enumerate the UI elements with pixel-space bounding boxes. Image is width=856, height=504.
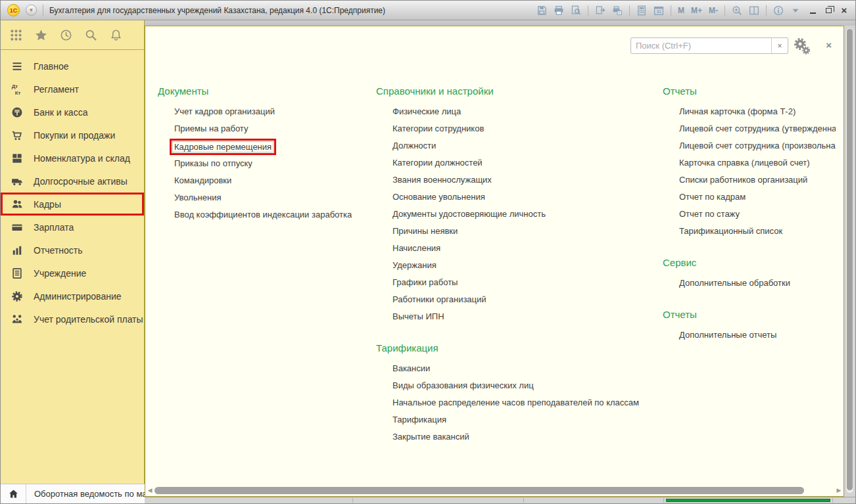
vertical-scrollbar[interactable] bbox=[846, 28, 853, 493]
open-window-tab[interactable]: Оборотная ведомость по ма bbox=[34, 489, 147, 499]
system-menu-button[interactable]: ▼ bbox=[26, 5, 37, 16]
menu-link[interactable]: Кадровые перемещения bbox=[170, 139, 276, 155]
menu-link[interactable]: Категории сотрудников bbox=[392, 123, 484, 134]
menu-link[interactable]: Приказы по отпуску bbox=[174, 158, 252, 169]
sidebar-item-reglament[interactable]: Регламент bbox=[1, 78, 144, 101]
menu-link[interactable]: Должности bbox=[392, 140, 436, 151]
menu-link[interactable]: Начисления bbox=[392, 242, 440, 254]
menu-link[interactable]: Вычеты ИПН bbox=[392, 311, 444, 322]
toolbar-separator bbox=[671, 5, 671, 16]
menu-link[interactable]: Отчет по стажу bbox=[679, 208, 740, 219]
section-title-servis: Сервис bbox=[663, 257, 836, 268]
menu-link[interactable]: Учет кадров организаций bbox=[174, 106, 275, 117]
menu-link[interactable]: Лицевой счет сотрудника (произвольная фо bbox=[679, 140, 836, 151]
menu-link[interactable]: Карточка справка (лицевой счет) bbox=[679, 157, 810, 168]
menu-link[interactable]: Начальное распределение часов преподават… bbox=[392, 397, 639, 408]
family-icon bbox=[11, 313, 24, 326]
menu-link[interactable]: Графики работы bbox=[392, 277, 458, 288]
section-title-otchety: Отчеты bbox=[663, 85, 836, 97]
history-icon bbox=[59, 28, 73, 42]
horizontal-scrollbar[interactable]: ◀ ▶ bbox=[147, 486, 842, 495]
info-dropdown-button[interactable] bbox=[788, 4, 803, 17]
home-button[interactable] bbox=[1, 484, 26, 503]
memory-plus-button[interactable]: M+ bbox=[689, 4, 704, 17]
menu-link[interactable]: Закрытие вакансий bbox=[392, 431, 469, 442]
sidebar-item-label: Номенклатура и склад bbox=[34, 153, 130, 164]
sidebar-item-dolgosrochnye-aktivy[interactable]: Долгосрочные активы bbox=[1, 170, 144, 193]
search-clear-button[interactable]: × bbox=[771, 38, 788, 53]
info-button[interactable] bbox=[771, 4, 786, 17]
scroll-right-arrow-icon[interactable]: ▶ bbox=[836, 486, 842, 495]
sidebar-item-uchet-roditelskoy-platy[interactable]: Учет родительской платы bbox=[1, 308, 144, 331]
menu-link[interactable]: Дополнительные обработки bbox=[679, 277, 790, 288]
menu-link[interactable]: Тарификационный список bbox=[679, 225, 782, 237]
search-input[interactable] bbox=[631, 38, 771, 53]
scroll-left-arrow-icon[interactable]: ◀ bbox=[147, 486, 153, 495]
menu-link[interactable]: Физические лица bbox=[392, 106, 461, 117]
menu-link[interactable]: Ввод коэффициентов индексации заработка bbox=[174, 209, 352, 220]
split-window-button[interactable] bbox=[747, 4, 761, 17]
sidebar-item-nomenklatura-i-sklad[interactable]: Номенклатура и склад bbox=[1, 147, 144, 170]
restore-button[interactable] bbox=[824, 6, 833, 15]
menu-link[interactable]: Категории должностей bbox=[392, 157, 483, 168]
menu-link[interactable]: Приемы на работу bbox=[174, 123, 248, 134]
menu-link[interactable]: Причины неявки bbox=[392, 225, 458, 237]
sidebar-item-kadry[interactable]: Кадры bbox=[1, 193, 144, 216]
menu-link[interactable]: Лицевой счет сотрудника (утвержденная фо bbox=[679, 123, 836, 134]
truck-icon bbox=[11, 175, 24, 188]
print-button[interactable] bbox=[552, 4, 566, 17]
calendar-button[interactable] bbox=[652, 4, 666, 17]
sidebar-item-bank-i-kassa[interactable]: Банк и касса bbox=[1, 101, 144, 124]
menu-link[interactable]: Увольнения bbox=[174, 192, 221, 203]
print-preview-button[interactable] bbox=[569, 4, 583, 17]
menu-link[interactable]: Командировки bbox=[174, 175, 231, 186]
menu-link[interactable]: Виды образования физических лиц bbox=[392, 380, 534, 391]
horizontal-scroll-thumb[interactable] bbox=[155, 487, 804, 494]
sidebar-item-label: Покупки и продажи bbox=[34, 130, 115, 141]
menu-link[interactable]: Вакансии bbox=[392, 363, 430, 374]
minimize-button[interactable] bbox=[808, 6, 817, 15]
window-controls: × bbox=[808, 6, 849, 15]
sidebar-item-otchetnost[interactable]: Отчетность bbox=[1, 239, 144, 262]
section-items: Дополнительные отчеты bbox=[663, 329, 836, 340]
split-window-icon bbox=[748, 5, 760, 16]
menu-link[interactable]: Основание увольнения bbox=[392, 191, 485, 202]
history-button[interactable] bbox=[59, 28, 73, 42]
panel-close-button[interactable]: × bbox=[826, 39, 832, 51]
menu-link[interactable]: Документы удостоверяющие личность bbox=[392, 208, 546, 219]
zoom-button[interactable] bbox=[730, 4, 744, 17]
memory-minus-button[interactable]: M- bbox=[707, 4, 720, 17]
vertical-scroll-thumb[interactable] bbox=[847, 29, 853, 490]
sidebar-item-administrirovanie[interactable]: Администрирование bbox=[1, 285, 144, 308]
wallet-icon bbox=[11, 221, 24, 234]
menu-link[interactable]: Удержания bbox=[392, 260, 437, 271]
menu-grid-button[interactable] bbox=[9, 28, 23, 42]
save-button[interactable] bbox=[535, 4, 549, 17]
panel-settings-button[interactable] bbox=[792, 36, 811, 55]
section-panel: × × ДокументыУчет кадров организацийПрие… bbox=[145, 26, 844, 497]
calculator-button[interactable] bbox=[634, 4, 649, 17]
search-button[interactable] bbox=[84, 28, 98, 42]
sidebar-item-label: Учреждение bbox=[34, 268, 86, 279]
menu-link[interactable]: Списки работников организаций bbox=[679, 174, 807, 185]
menu-link[interactable]: Тарификация bbox=[392, 414, 446, 425]
sidebar-item-glavnoe[interactable]: Главное bbox=[1, 55, 144, 78]
menu-link[interactable]: Звания военнослужащих bbox=[392, 174, 492, 185]
notifications-button[interactable] bbox=[109, 28, 123, 42]
print-settings-button[interactable] bbox=[610, 4, 625, 17]
section-title-otchety-2: Отчеты bbox=[663, 309, 836, 320]
menu-link[interactable]: Личная карточка (форма Т-2) bbox=[679, 106, 796, 117]
menu-link[interactable]: Отчет по кадрам bbox=[679, 191, 746, 202]
export-button[interactable] bbox=[593, 4, 607, 17]
sidebar-item-pokupki-i-prodazhi[interactable]: Покупки и продажи bbox=[1, 124, 144, 147]
menu-column: ОтчетыЛичная карточка (форма Т-2)Лицевой… bbox=[663, 85, 836, 346]
favorites-button[interactable] bbox=[34, 28, 48, 42]
calendar-icon bbox=[653, 5, 665, 16]
sidebar-item-uchrezhdenie[interactable]: Учреждение bbox=[1, 262, 144, 285]
titlebar-toolbar: MM+M- bbox=[535, 4, 803, 17]
memory-button[interactable]: M bbox=[676, 4, 686, 17]
sidebar-item-zarplata[interactable]: Зарплата bbox=[1, 216, 144, 239]
menu-link[interactable]: Работники организаций bbox=[392, 294, 487, 305]
close-window-button[interactable]: × bbox=[840, 6, 849, 15]
menu-link[interactable]: Дополнительные отчеты bbox=[679, 329, 776, 340]
